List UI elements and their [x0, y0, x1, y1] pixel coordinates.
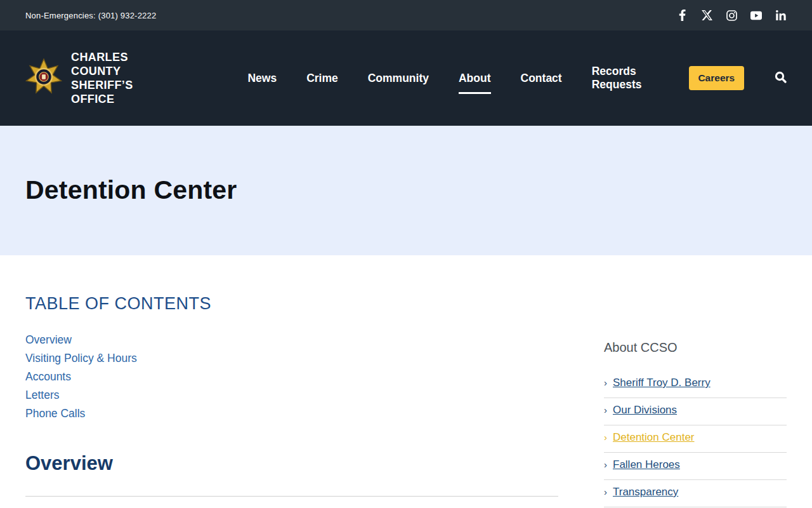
sidebar-heading: About CCSO [604, 340, 787, 355]
linkedin-icon[interactable] [775, 10, 787, 21]
list-item: Visiting Policy & Hours [25, 349, 558, 368]
chevron-right-icon: › [604, 486, 607, 497]
sidebar-item-transparency[interactable]: › Transparency [604, 480, 787, 507]
chevron-right-icon: › [604, 432, 607, 443]
brand-name: CHARLES COUNTY SHERIFF’S OFFICE [71, 50, 170, 106]
primary-nav: News Crime Community About Contact Recor… [247, 56, 658, 100]
toc-heading: TABLE OF CONTENTS [25, 294, 558, 314]
table-of-contents: Overview Visiting Policy & Hours Account… [25, 331, 558, 423]
sidebar-item-sheriff[interactable]: › Sheriff Troy D. Berry [604, 371, 787, 398]
sidebar-links: › Sheriff Troy D. Berry › Our Divisions … [604, 371, 787, 508]
sidebar-link[interactable]: Sheriff Troy D. Berry [613, 377, 710, 389]
sidebar-link[interactable]: Transparency [613, 486, 678, 498]
toc-link-letters[interactable]: Letters [25, 389, 60, 401]
instagram-icon[interactable] [726, 10, 737, 21]
overview-heading: Overview [25, 452, 558, 475]
sidebar-item-fallen-heroes[interactable]: › Fallen Heroes [604, 453, 787, 480]
main-column: TABLE OF CONTENTS Overview Visiting Poli… [25, 294, 558, 508]
social-links [676, 10, 787, 21]
chevron-right-icon: › [604, 404, 607, 415]
youtube-icon[interactable] [750, 10, 762, 21]
list-item: Accounts [25, 368, 558, 386]
chevron-right-icon: › [604, 459, 607, 470]
site-logo[interactable]: CHARLES COUNTY SHERIFF’S OFFICE [25, 50, 170, 106]
list-item: Phone Calls [25, 404, 558, 423]
search-icon [775, 71, 787, 85]
list-item: Overview [25, 331, 558, 349]
search-button[interactable] [775, 71, 787, 85]
page-title: Detention Center [25, 175, 237, 205]
toc-link-visiting-policy[interactable]: Visiting Policy & Hours [25, 352, 137, 364]
nav-item-records-requests[interactable]: Records Requests [592, 56, 658, 100]
sidebar-link[interactable]: Fallen Heroes [613, 458, 680, 471]
x-twitter-icon[interactable] [701, 10, 712, 21]
overview-paragraph: The Corrections Division is responsible … [25, 505, 558, 508]
section-divider [25, 496, 558, 497]
toc-link-accounts[interactable]: Accounts [25, 370, 71, 383]
sidebar-link[interactable]: Detention Center [613, 431, 695, 444]
top-utility-bar: Non-Emergencies: (301) 932-2222 [0, 0, 812, 30]
nav-item-about[interactable]: About [459, 63, 491, 94]
non-emergency-phone: Non-Emergencies: (301) 932-2222 [25, 11, 156, 20]
sidebar-item-our-divisions[interactable]: › Our Divisions [604, 398, 787, 425]
page-hero: Detention Center [0, 126, 812, 255]
nav-item-contact[interactable]: Contact [521, 63, 562, 94]
list-item: Letters [25, 386, 558, 404]
toc-link-phone-calls[interactable]: Phone Calls [25, 407, 85, 420]
chevron-right-icon: › [604, 377, 607, 388]
sheriff-badge-icon [25, 58, 62, 98]
facebook-icon[interactable] [676, 10, 688, 21]
main-navbar: CHARLES COUNTY SHERIFF’S OFFICE News Cri… [0, 30, 812, 126]
content-area: TABLE OF CONTENTS Overview Visiting Poli… [0, 294, 812, 508]
sidebar-item-detention-center[interactable]: › Detention Center [604, 425, 787, 453]
nav-item-community[interactable]: Community [368, 63, 429, 94]
nav-item-news[interactable]: News [247, 63, 277, 94]
nav-item-crime[interactable]: Crime [306, 63, 338, 94]
toc-link-overview[interactable]: Overview [25, 333, 72, 346]
sidebar-link[interactable]: Our Divisions [613, 404, 677, 417]
careers-button[interactable]: Careers [689, 66, 744, 90]
about-ccso-sidebar: About CCSO › Sheriff Troy D. Berry › Our… [604, 294, 787, 508]
